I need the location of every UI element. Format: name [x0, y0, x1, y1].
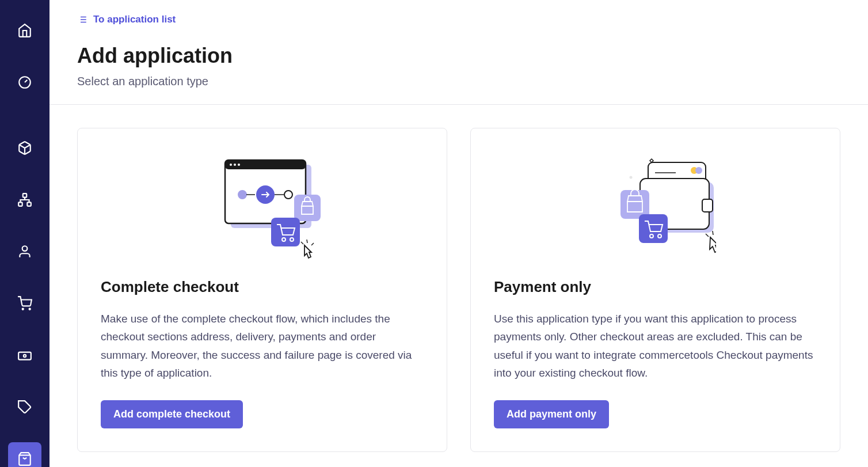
nav-discounts[interactable] — [8, 390, 41, 424]
nav-dashboard[interactable] — [8, 66, 41, 99]
main-content: To application list Add application Sele… — [50, 0, 868, 467]
svg-point-29 — [238, 191, 246, 199]
card-title: Complete checkout — [101, 278, 424, 296]
svg-rect-25 — [225, 160, 306, 169]
svg-line-54 — [706, 234, 709, 237]
illustration-complete-checkout — [101, 151, 424, 267]
nav-categories[interactable] — [8, 183, 41, 217]
card-description: Use this application type if you want th… — [494, 310, 817, 382]
nav-home[interactable] — [8, 14, 41, 47]
cart-icon — [17, 296, 32, 311]
shopping-bag-icon — [17, 451, 32, 466]
tag-icon — [17, 400, 32, 415]
svg-rect-35 — [271, 218, 300, 246]
nav-cart[interactable] — [8, 287, 41, 320]
card-description: Make use of the complete checkout flow, … — [101, 310, 424, 382]
card-title: Payment only — [494, 278, 817, 296]
nav-payments[interactable] — [8, 339, 41, 372]
sitemap-icon — [17, 192, 32, 207]
svg-point-5 — [22, 309, 24, 310]
page-header: To application list Add application Sele… — [50, 0, 868, 105]
svg-line-55 — [713, 231, 713, 235]
nav-products[interactable] — [8, 131, 41, 165]
svg-point-41 — [629, 176, 632, 179]
svg-rect-7 — [18, 352, 31, 360]
svg-point-44 — [695, 167, 702, 174]
svg-point-4 — [22, 246, 28, 251]
card-complete-checkout: Complete checkout Make use of the comple… — [77, 128, 447, 452]
page-subtitle: Select an application type — [77, 75, 840, 88]
back-to-list-link[interactable]: To application list — [77, 14, 176, 25]
svg-point-26 — [230, 164, 232, 166]
page-title: Add application — [77, 44, 840, 68]
nav-customers[interactable] — [8, 235, 41, 268]
svg-point-28 — [238, 164, 240, 166]
sidebar — [0, 0, 50, 467]
svg-line-40 — [311, 243, 314, 245]
home-icon — [17, 23, 32, 38]
svg-rect-1 — [23, 193, 27, 198]
card-payment-only: Payment only Use this application type i… — [470, 128, 840, 452]
svg-rect-34 — [294, 195, 321, 221]
list-icon — [77, 14, 87, 25]
application-type-cards: Complete checkout Make use of the comple… — [50, 105, 868, 467]
svg-rect-49 — [702, 199, 713, 212]
gauge-icon — [17, 75, 32, 90]
svg-point-6 — [29, 309, 31, 310]
cube-icon — [17, 141, 32, 155]
svg-point-33 — [284, 191, 292, 199]
svg-line-39 — [307, 240, 307, 243]
svg-line-38 — [301, 242, 303, 244]
svg-rect-2 — [18, 202, 22, 206]
user-icon — [17, 244, 32, 259]
add-complete-checkout-button[interactable]: Add complete checkout — [101, 400, 243, 428]
svg-point-27 — [234, 164, 236, 166]
money-icon — [17, 348, 32, 363]
svg-point-8 — [24, 355, 26, 357]
illustration-payment-only — [494, 151, 817, 267]
add-payment-only-button[interactable]: Add payment only — [494, 400, 609, 428]
nav-checkout[interactable] — [8, 442, 41, 467]
back-link-label: To application list — [93, 14, 176, 25]
svg-rect-51 — [639, 214, 668, 243]
svg-rect-3 — [27, 202, 31, 206]
